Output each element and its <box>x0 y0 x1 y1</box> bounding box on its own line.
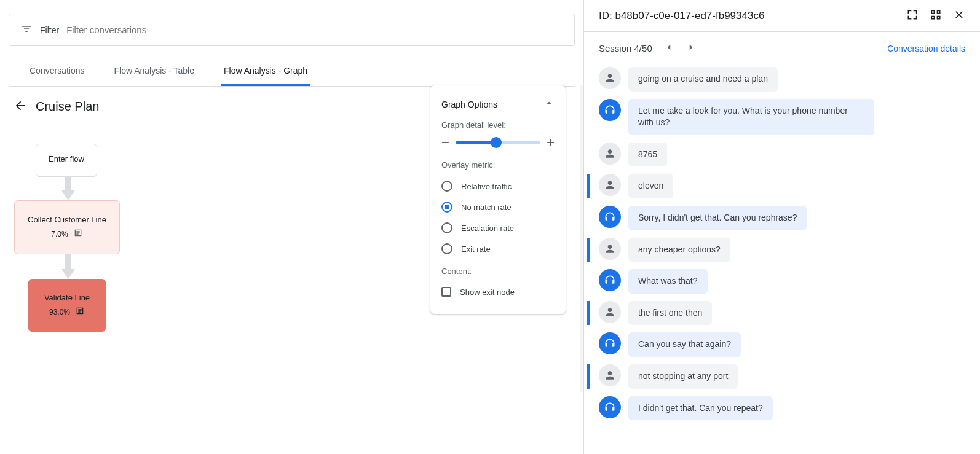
message-row[interactable]: the first one then <box>584 297 965 329</box>
message-row[interactable]: Can you say that again? <box>584 329 965 361</box>
node-meta: 93.0% <box>49 306 85 318</box>
node-collect-customer-line[interactable]: Collect Customer Line 7.0% <box>14 200 120 254</box>
zoom-out-button[interactable]: − <box>441 136 449 149</box>
session-bar: Session 4/50 Conversation details <box>584 32 980 61</box>
user-avatar-icon <box>599 364 621 386</box>
message-row[interactable]: Let me take a look for you. What is your… <box>584 95 965 139</box>
message-row[interactable]: 8765 <box>584 139 965 171</box>
collapse-icon[interactable] <box>930 9 942 23</box>
session-label: Session 4/50 <box>599 43 652 53</box>
conversation-details-link[interactable]: Conversation details <box>887 44 965 53</box>
scrollbar[interactable] <box>579 85 583 423</box>
slider-thumb[interactable] <box>491 137 502 148</box>
message-bubble: eleven <box>628 174 673 198</box>
graph-options-title: Graph Options <box>441 100 497 109</box>
radio-icon <box>441 243 452 254</box>
back-arrow-icon[interactable] <box>14 99 27 114</box>
document-icon <box>73 228 83 240</box>
expand-icon[interactable] <box>906 9 919 23</box>
filter-label: Filter <box>40 25 59 35</box>
next-session-button[interactable] <box>686 42 697 55</box>
agent-avatar-icon <box>599 396 621 418</box>
message-row[interactable]: What was that? <box>584 265 965 297</box>
message-row[interactable]: going on a cruise and need a plan <box>584 63 965 95</box>
conversation-panel: ID: b48b07-c0e-017-ed7-fb99343c6 Session… <box>584 0 980 454</box>
message-row[interactable]: any cheaper options? <box>584 234 965 266</box>
radio-icon <box>441 202 452 213</box>
node-percent: 7.0% <box>51 230 68 238</box>
overlay-metric-group: Relative traffic No match rate Escalatio… <box>441 176 555 259</box>
node-label: Collect Customer Line <box>28 215 106 224</box>
agent-avatar-icon <box>599 332 621 354</box>
node-validate-line[interactable]: Validate Line 93.0% <box>28 279 106 332</box>
node-percent: 93.0% <box>49 308 70 316</box>
message-list[interactable]: going on a cruise and need a planLet me … <box>584 61 980 454</box>
zoom-in-button[interactable]: + <box>547 136 555 149</box>
content-label: Content: <box>441 267 555 276</box>
message-row[interactable]: eleven <box>584 170 965 202</box>
radio-icon <box>441 181 452 192</box>
message-bubble: I didn't get that. Can you repeat? <box>628 396 773 421</box>
agent-avatar-icon <box>599 99 621 121</box>
analysis-panel: Filter Conversations Flow Analysis - Tab… <box>0 0 584 454</box>
tab-conversations[interactable]: Conversations <box>27 57 87 86</box>
message-bubble: What was that? <box>628 269 708 294</box>
detail-slider[interactable] <box>456 141 540 144</box>
message-row[interactable]: I didn't get that. Can you repeat? <box>584 393 965 425</box>
user-avatar-icon <box>599 301 621 323</box>
message-row[interactable]: Sorry, I didn't get that. Can you rephra… <box>584 202 965 234</box>
detail-slider-row: − + <box>441 136 555 149</box>
user-avatar-icon <box>599 67 621 89</box>
tab-flow-table[interactable]: Flow Analysis - Table <box>112 57 197 86</box>
flow-title: Cruise Plan <box>36 100 99 114</box>
filter-icon <box>20 23 33 37</box>
node-meta: 7.0% <box>51 228 82 240</box>
prev-session-button[interactable] <box>663 42 674 55</box>
message-bubble: 8765 <box>628 143 667 167</box>
filter-bar: Filter <box>9 14 575 46</box>
flow-arrow-icon <box>61 254 75 279</box>
message-bubble: Can you say that again? <box>628 332 741 357</box>
message-bubble: Let me take a look for you. What is your… <box>628 99 874 135</box>
chevron-up-icon[interactable] <box>543 98 555 111</box>
user-avatar-icon <box>599 238 621 260</box>
filter-input[interactable] <box>66 25 563 35</box>
message-row[interactable]: not stopping at any port <box>584 361 965 393</box>
agent-avatar-icon <box>599 206 621 228</box>
radio-escalation-rate[interactable]: Escalation rate <box>441 217 555 238</box>
tabs: Conversations Flow Analysis - Table Flow… <box>9 57 575 87</box>
radio-label: Relative traffic <box>461 182 512 191</box>
radio-no-match-rate[interactable]: No match rate <box>441 197 555 217</box>
agent-avatar-icon <box>599 269 621 291</box>
overlay-metric-label: Overlay metric: <box>441 160 555 170</box>
radio-exit-rate[interactable]: Exit rate <box>441 238 555 259</box>
radio-label: No match rate <box>461 203 512 212</box>
checkbox-show-exit-node[interactable]: Show exit node <box>441 282 555 302</box>
node-enter-flow[interactable]: Enter flow <box>36 144 97 177</box>
message-bubble: not stopping at any port <box>628 364 738 389</box>
radio-icon <box>441 222 452 233</box>
graph-options-panel: Graph Options Graph detail level: − + Ov… <box>430 85 566 315</box>
message-bubble: going on a cruise and need a plan <box>628 67 778 92</box>
node-label: Enter flow <box>49 154 84 163</box>
radio-label: Exit rate <box>461 245 491 254</box>
message-bubble: Sorry, I didn't get that. Can you rephra… <box>628 206 807 230</box>
close-icon[interactable] <box>953 9 965 23</box>
checkbox-label: Show exit node <box>460 288 515 297</box>
tab-flow-graph[interactable]: Flow Analysis - Graph <box>221 57 310 86</box>
flow-arrow-icon <box>61 177 75 200</box>
conversation-id: ID: b48b07-c0e-017-ed7-fb99343c6 <box>599 10 764 22</box>
message-bubble: the first one then <box>628 301 712 326</box>
detail-level-label: Graph detail level: <box>441 120 555 130</box>
node-label: Validate Line <box>44 293 90 302</box>
user-avatar-icon <box>599 174 621 196</box>
message-bubble: any cheaper options? <box>628 238 730 262</box>
user-avatar-icon <box>599 143 621 165</box>
radio-relative-traffic[interactable]: Relative traffic <box>441 176 555 197</box>
checkbox-icon <box>441 287 451 297</box>
conversation-header: ID: b48b07-c0e-017-ed7-fb99343c6 <box>584 0 980 32</box>
radio-label: Escalation rate <box>461 224 514 233</box>
document-icon <box>75 306 85 318</box>
